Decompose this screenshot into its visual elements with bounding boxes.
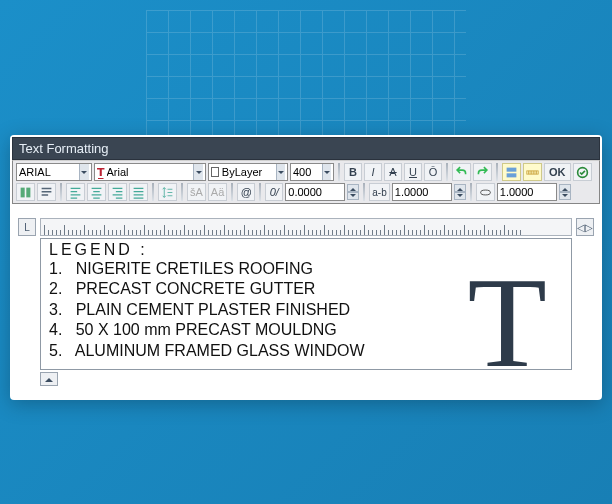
toolbar: T̲ B I A U Ō OK: [12, 160, 600, 204]
separator: [338, 163, 340, 181]
tracking-spinner[interactable]: [347, 184, 359, 200]
ruler-toggle-button[interactable]: [523, 163, 542, 181]
numbering-button[interactable]: šA: [187, 183, 206, 201]
text-style-value[interactable]: [19, 166, 79, 178]
line-spacing-button[interactable]: [158, 183, 177, 201]
svg-rect-0: [507, 167, 517, 171]
separator: [470, 183, 472, 201]
separator: [496, 163, 498, 181]
bold-button[interactable]: B: [344, 163, 362, 181]
tracking-value[interactable]: [288, 186, 342, 198]
panel-title: Text Formatting: [19, 141, 109, 156]
separator: [231, 183, 233, 201]
dropdown-icon: [276, 164, 285, 180]
ok-button[interactable]: OK: [544, 163, 571, 181]
editor-area: L ◁▷ LEGEND : 1. NIGERITE CRETILES ROOFI…: [12, 214, 600, 398]
legend-title: LEGEND :: [41, 241, 563, 259]
text-height-input[interactable]: [290, 163, 334, 181]
columns-button[interactable]: [16, 183, 35, 201]
legend-list: 1. NIGERITE CRETILES ROOFING2. PRECAST C…: [41, 259, 563, 361]
stack-button[interactable]: [502, 163, 521, 181]
color-value[interactable]: [222, 166, 276, 178]
redo-button[interactable]: [473, 163, 492, 181]
dropdown-icon: [322, 164, 331, 180]
color-swatch-icon: [211, 167, 219, 177]
width-factor-input[interactable]: [392, 183, 452, 201]
text-formatting-panel: Text Formatting T̲ B: [10, 135, 602, 400]
width-factor-spinner[interactable]: [454, 184, 466, 200]
color-dropdown[interactable]: [208, 163, 288, 181]
underline-button[interactable]: U: [404, 163, 422, 181]
options-button[interactable]: [573, 163, 592, 181]
justify-right-button[interactable]: [108, 183, 127, 201]
width-factor-value[interactable]: [395, 186, 449, 198]
separator: [259, 183, 261, 201]
ruler-right-cap[interactable]: ◁▷: [576, 218, 594, 236]
font-dropdown[interactable]: T̲: [94, 163, 206, 181]
oblique-value[interactable]: [500, 186, 554, 198]
oblique-button[interactable]: 0/: [265, 183, 283, 201]
text-height-value[interactable]: [293, 166, 322, 178]
truetype-icon: T̲: [97, 166, 105, 179]
horizontal-ruler[interactable]: [40, 218, 572, 236]
legend-item: 3. PLAIN CEMENT PLASTER FINISHED: [49, 300, 563, 320]
text-editor[interactable]: LEGEND : 1. NIGERITE CRETILES ROOFING2. …: [40, 238, 572, 370]
separator: [363, 183, 365, 201]
ruler-left-cap[interactable]: L: [18, 218, 36, 236]
undo-button[interactable]: [452, 163, 471, 181]
strikethrough-button[interactable]: A: [384, 163, 402, 181]
svg-rect-1: [507, 173, 517, 177]
justify-full-button[interactable]: [129, 183, 148, 201]
width-factor-icon: a-b: [369, 183, 389, 201]
legend-item: 4. 50 X 100 mm PRECAST MOULDNG: [49, 320, 563, 340]
oblique-angle-icon: [476, 183, 495, 201]
justify-left-button[interactable]: [66, 183, 85, 201]
legend-item: 1. NIGERITE CRETILES ROOFING: [49, 259, 563, 279]
dropdown-icon: [79, 164, 89, 180]
symbol-button[interactable]: @: [237, 183, 255, 201]
toolbar-row-1: T̲ B I A U Ō OK: [16, 163, 596, 181]
bullets-button[interactable]: Aä: [208, 183, 227, 201]
separator: [181, 183, 183, 201]
separator: [446, 163, 448, 181]
toolbar-row-2: šA Aä @ 0/ a-b: [16, 183, 596, 201]
svg-rect-4: [21, 187, 25, 197]
oblique-spinner[interactable]: [559, 184, 571, 200]
legend-item: 2. PRECAST CONCRETE GUTTER: [49, 279, 563, 299]
svg-point-6: [480, 190, 490, 195]
text-style-dropdown[interactable]: [16, 163, 92, 181]
svg-rect-5: [26, 187, 30, 197]
italic-button[interactable]: I: [364, 163, 382, 181]
separator: [60, 183, 62, 201]
separator: [152, 183, 154, 201]
legend-item: 5. ALUMINUM FRAMED GLASS WINDOW: [49, 341, 563, 361]
overline-button[interactable]: Ō: [424, 163, 442, 181]
tracking-input[interactable]: [285, 183, 345, 201]
panel-titlebar: Text Formatting: [12, 137, 600, 160]
font-value[interactable]: [107, 166, 194, 178]
justify-center-button[interactable]: [87, 183, 106, 201]
vertical-scroll-handle[interactable]: [40, 372, 58, 386]
ruler-row: L ◁▷: [18, 218, 594, 236]
mtext-justify-button[interactable]: [37, 183, 56, 201]
dropdown-icon: [193, 164, 203, 180]
oblique-input[interactable]: [497, 183, 557, 201]
